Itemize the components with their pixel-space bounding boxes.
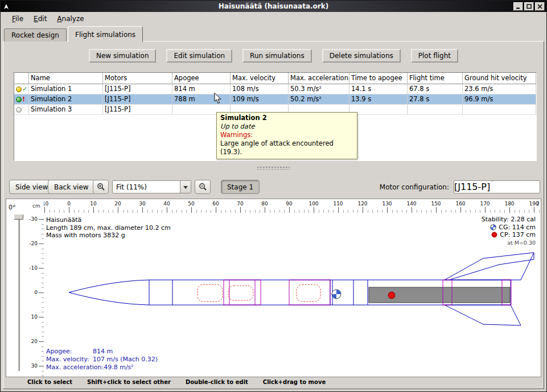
new-simulation-button[interactable]: New simulation xyxy=(89,49,157,63)
status-cell: ! xyxy=(14,94,29,105)
sim-table-header: NameMotorsApogeeMax. velocityMax. accele… xyxy=(14,73,536,84)
h-ruler-label: 180 xyxy=(504,201,514,207)
status-green-orb-icon xyxy=(16,97,22,102)
window-title: Haisunäätä (haisunaata.ork) xyxy=(1,1,546,12)
motor-configuration: Motor configuration: [J115-P] xyxy=(380,180,540,193)
title-bar[interactable]: Haisunäätä (haisunaata.ork) xyxy=(1,1,546,12)
h-ruler-label: 10 xyxy=(90,201,96,207)
rocket-view: 0° cm -100102030405060708090100110120130… xyxy=(6,199,541,377)
chevron-down-icon xyxy=(490,181,495,192)
tab-flight-simulations[interactable]: Flight simulations xyxy=(68,26,143,42)
table-cell xyxy=(349,105,408,115)
column-header-time-to-apogee[interactable]: Time to apogee xyxy=(349,73,408,84)
column-header-name[interactable]: Name xyxy=(29,73,103,84)
v-ruler-label: -30 xyxy=(29,216,38,222)
menu-item-analyze[interactable]: Analyze xyxy=(52,13,89,24)
run-simulations-button[interactable]: Run simulations xyxy=(242,49,312,63)
column-header-apogee[interactable]: Apogee xyxy=(172,73,231,84)
zoom-select[interactable]: Fit (11%) xyxy=(112,180,191,193)
check-mark-icon: ✓ xyxy=(22,86,27,92)
column-header-ground-hit-velocity[interactable]: Ground hit velocity xyxy=(463,73,536,84)
zoom-in-button[interactable] xyxy=(93,180,109,194)
rotation-slider-handle[interactable] xyxy=(14,214,23,220)
table-cell: 814 m xyxy=(172,84,231,94)
flight-simulations-panel: New simulationEdit simulationRun simulat… xyxy=(3,41,544,389)
column-header-max-velocity[interactable]: Max. velocity xyxy=(231,73,289,84)
splitter-handle[interactable] xyxy=(256,166,289,170)
table-cell: 50.3 m/s² xyxy=(289,84,349,94)
status-cell xyxy=(14,105,29,115)
table-cell: 13.9 s xyxy=(349,94,408,105)
cp-marker xyxy=(388,292,395,299)
cp-icon xyxy=(491,232,497,238)
h-ruler-label: 130 xyxy=(382,201,392,207)
status-yellow-orb-icon xyxy=(16,86,22,92)
table-cell: 23.6 m/s xyxy=(463,84,536,94)
table-cell xyxy=(408,105,463,115)
minimize-button[interactable] xyxy=(513,2,523,11)
zoom-out-icon xyxy=(199,183,207,191)
rotation-slider-track[interactable] xyxy=(18,216,20,371)
h-ruler-label: -10 xyxy=(44,201,48,207)
h-ruler-label: 0 xyxy=(67,201,71,207)
close-button[interactable] xyxy=(535,2,545,11)
max-acceleration-value: 49.8 m/s² xyxy=(104,364,134,372)
column-header-motors[interactable]: Motors xyxy=(103,73,172,84)
sim-table-row[interactable]: ✓Simulation 1[J115-P]814 m108 m/s50.3 m/… xyxy=(14,84,536,94)
stage-1-toggle[interactable]: Stage 1 xyxy=(221,180,260,194)
edit-simulation-button[interactable]: Edit simulation xyxy=(166,49,232,63)
h-ruler-label: 50 xyxy=(188,201,194,207)
zoom-out-button[interactable] xyxy=(195,180,211,194)
table-cell: 14.1 s xyxy=(349,84,408,94)
max-velocity-value: 107 m/s (Mach 0.32) xyxy=(93,356,158,364)
app-icon xyxy=(2,2,10,10)
h-ruler-label: 160 xyxy=(455,201,465,207)
table-cell: 67.8 s xyxy=(408,84,463,94)
h-ruler-label: 90 xyxy=(286,201,292,207)
sim-table-row[interactable]: !Simulation 2[J115-P]788 m109 m/s50.2 m/… xyxy=(14,94,536,105)
v-ruler-label: 30 xyxy=(31,363,38,369)
mouse-cursor-icon xyxy=(214,93,221,106)
tooltip-title: Simulation 2 xyxy=(220,114,353,122)
v-ruler-label: 20 xyxy=(31,339,38,344)
max-velocity-label: Max. velocity: xyxy=(46,356,93,364)
column-header-status[interactable] xyxy=(14,73,29,84)
table-cell: [J115-P] xyxy=(103,105,172,115)
menu-bar: FileEditAnalyze xyxy=(1,12,546,25)
h-ruler: -100102030405060708090100110120130140150… xyxy=(44,200,540,213)
rocket-dimensions: Length 189 cm, max. diameter 10.2 cm xyxy=(46,224,171,232)
table-cell: Simulation 2 xyxy=(29,94,103,105)
zoom-in-icon xyxy=(97,183,105,191)
rocket-info: Haisunäätä Length 189 cm, max. diameter … xyxy=(46,216,171,240)
menu-item-file[interactable]: File xyxy=(7,13,28,24)
hint-text: Click to select xyxy=(27,379,72,385)
rocket-canvas[interactable]: Haisunäätä Length 189 cm, max. diameter … xyxy=(44,213,540,376)
v-ruler-label: -10 xyxy=(29,265,38,271)
motor-configuration-select[interactable]: [J115-P] xyxy=(454,180,540,193)
tab-strip: Rocket designFlight simulations xyxy=(3,25,544,42)
column-header-max-acceleration[interactable]: Max. acceleration xyxy=(289,73,349,84)
sim-table-body: ✓Simulation 1[J115-P]814 m108 m/s50.3 m/… xyxy=(14,84,536,115)
mach-condition: at M=0.30 xyxy=(482,239,536,247)
h-ruler-label: 20 xyxy=(114,201,121,207)
h-ruler-label: 40 xyxy=(163,201,170,207)
stability-info: Stability: 2.28 cal CG: 114 cm xyxy=(482,216,536,246)
main-window: Haisunäätä (haisunaata.ork) FileEditAnal… xyxy=(0,0,547,392)
table-cell xyxy=(463,105,536,115)
back-view-button[interactable]: Back view xyxy=(48,180,95,194)
menu-item-edit[interactable]: Edit xyxy=(28,13,52,24)
table-cell: 788 m xyxy=(172,94,231,105)
delete-simulations-button[interactable]: Delete simulations xyxy=(322,49,401,63)
maximize-button[interactable] xyxy=(524,2,534,11)
apogee-label: Apogee: xyxy=(46,348,93,356)
plot-flight-button[interactable]: Plot flight xyxy=(411,49,458,63)
column-header-flight-time[interactable]: Flight time xyxy=(408,73,463,84)
h-ruler-label: 150 xyxy=(431,201,441,207)
rocket-mass: Mass with motors 3832 g xyxy=(46,232,171,240)
h-ruler-label: 120 xyxy=(357,201,367,207)
table-cell: 27.8 s xyxy=(408,94,463,105)
h-ruler-label: 100 xyxy=(309,201,318,207)
h-ruler-label: 60 xyxy=(212,201,219,207)
tab-rocket-design[interactable]: Rocket design xyxy=(4,28,67,42)
chevron-down-icon xyxy=(180,181,191,193)
